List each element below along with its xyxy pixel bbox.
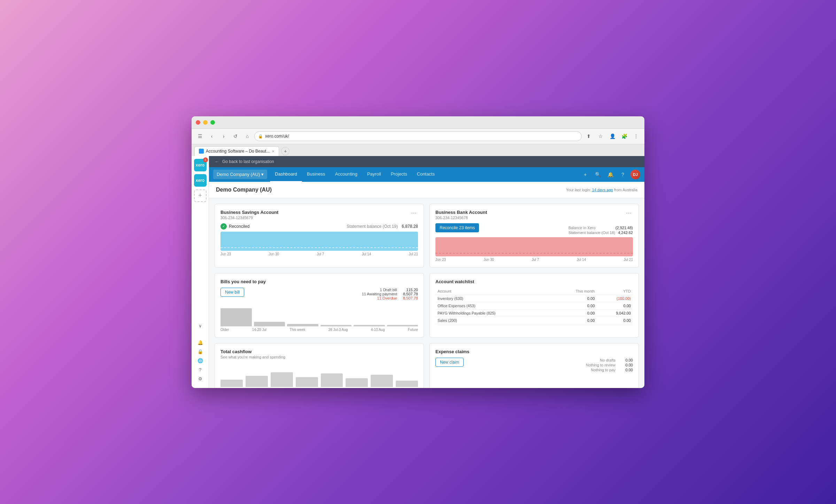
minimize-button[interactable]: [203, 120, 208, 125]
bank-chart: [435, 237, 633, 256]
balance-info: Statement balance (Oct 19) 6,878.28: [347, 224, 418, 229]
nav-business[interactable]: Business: [302, 167, 330, 182]
new-bill-button[interactable]: New bill: [220, 288, 244, 297]
add-org-button[interactable]: +: [194, 189, 207, 202]
page-title: Demo Company (AU): [216, 187, 272, 193]
bookmark-button[interactable]: ☆: [596, 131, 605, 141]
sidebar-chevron-down[interactable]: ∨: [197, 323, 204, 329]
tabs-bar: Accounting Software – Do Beaut... ✕ +: [192, 144, 644, 156]
expense-rows: No drafts 0.00 Nothing to review 0.00 No…: [586, 358, 633, 372]
nav-projects[interactable]: Projects: [386, 167, 412, 182]
tab-title: Accounting Software – Do Beaut...: [206, 149, 270, 154]
nav-notifications-button[interactable]: 🔔: [605, 170, 615, 179]
nav-actions: + 🔍 🔔 ? DJ: [580, 170, 640, 179]
tab-favicon: [199, 149, 204, 154]
cf-bar: [346, 378, 368, 387]
check-circle-icon: ✓: [220, 223, 227, 230]
widget-header: Business Bank Account 306-234-12345678 ⋯: [435, 210, 633, 220]
sidebar-settings-icon[interactable]: ⚙: [197, 375, 204, 382]
draft-row: 1 Draft bill 115.20: [362, 288, 418, 292]
statement-label: Statement balance (Oct 19): [347, 224, 398, 229]
expense-claims-widget: Expense claims New claim No drafts 0.00: [429, 343, 639, 388]
watchlist-row: PAYG Withholdings Payable (825) 0.00 9,0…: [435, 309, 633, 317]
back-bar: ← Go back to last organisation: [209, 156, 644, 167]
cashflow-chart: [220, 363, 418, 387]
sidebar-alerts-icon[interactable]: 🔔: [197, 339, 204, 346]
sidebar-globe-icon[interactable]: 🌐: [197, 357, 204, 364]
extensions-button[interactable]: 🧩: [619, 131, 629, 141]
reconcile-status: ✓ Reconciled: [220, 223, 249, 230]
menu-button[interactable]: ⋮: [631, 131, 641, 141]
balance-xero-row: Balance in Xero (2,921.48): [568, 225, 633, 230]
sidebar-help-icon[interactable]: ?: [197, 366, 204, 373]
savings-chart: [220, 232, 418, 251]
nav-contacts[interactable]: Contacts: [412, 167, 440, 182]
dashboard-grid: Business Savings Account 306-234-1234567…: [209, 198, 644, 388]
forward-button[interactable]: ›: [219, 131, 229, 141]
user-avatar[interactable]: DJ: [630, 170, 640, 179]
business-savings-widget: Business Savings Account 306-234-1234567…: [215, 204, 424, 267]
chart-line: [435, 253, 633, 254]
account-number: 306-234-12345679: [220, 216, 278, 220]
reconcile-button[interactable]: Reconcile 23 items: [435, 223, 479, 232]
share-button[interactable]: ⬆: [584, 131, 594, 141]
balance-rows: Balance in Xero (2,921.48) Statement bal…: [568, 225, 633, 235]
company-selector[interactable]: Demo Company (AU) ▾: [213, 170, 267, 179]
widget-menu-button[interactable]: ⋯: [625, 210, 633, 216]
user-initials: DJ: [633, 172, 638, 177]
drafts-row: No drafts 0.00: [586, 358, 633, 363]
new-claim-button[interactable]: New claim: [435, 358, 464, 367]
tab-close-button[interactable]: ✕: [272, 149, 274, 153]
nav-help-button[interactable]: ?: [618, 170, 628, 179]
widget-header: Bills you need to pay: [220, 279, 418, 284]
overdue-row: 11 Overdue 8,507.78: [362, 296, 418, 300]
nav-accounting[interactable]: Accounting: [330, 167, 362, 182]
page-header: Demo Company (AU) Your last login: 14 da…: [209, 182, 644, 198]
back-bar-text[interactable]: Go back to last organisation: [222, 159, 274, 164]
browser-window: ☰ ‹ › ↺ ⌂ 🔒 xero.com/uk/ ⬆ ☆ 👤 🧩 ⋮ Accou…: [192, 116, 644, 388]
nav-dashboard[interactable]: Dashboard: [270, 167, 302, 182]
sidebar-toggle-button[interactable]: ☰: [195, 131, 205, 141]
bills-widget: Bills you need to pay New bill 1 Draft b…: [215, 273, 424, 338]
watchlist-row: Office Expenses (453) 0.00 0.00: [435, 302, 633, 309]
new-tab-button[interactable]: +: [281, 147, 289, 155]
active-tab[interactable]: Accounting Software – Do Beaut... ✕: [194, 146, 279, 156]
last-login-link[interactable]: 14 days ago: [592, 188, 613, 192]
nav-add-button[interactable]: +: [580, 170, 590, 179]
watchlist-row: Inventory (630) 0.00 (100.00): [435, 295, 633, 302]
chevron-down-icon: ▾: [261, 172, 264, 177]
nav-payroll[interactable]: Payroll: [362, 167, 386, 182]
bank-balance-section: Reconcile 23 items Balance in Xero (2,92…: [435, 223, 633, 235]
nav-search-button[interactable]: 🔍: [593, 170, 603, 179]
bills-chart: [220, 304, 418, 326]
maximize-button[interactable]: [210, 120, 215, 125]
reload-button[interactable]: ↺: [231, 131, 240, 141]
bar-14-20: [254, 322, 285, 326]
home-button[interactable]: ⌂: [242, 131, 252, 141]
url-text: xero.com/uk/: [265, 134, 289, 139]
sidebar-lock-icon[interactable]: 🔒: [197, 348, 204, 355]
widget-header: Total cashflow See what you're making an…: [220, 349, 418, 359]
company-name: Demo Company (AU): [217, 172, 260, 177]
profile-button[interactable]: 👤: [607, 131, 617, 141]
widget-title: Business Savings Account: [220, 210, 278, 215]
account-number: 306-234-12345678: [435, 216, 487, 220]
widget-header: Business Savings Account 306-234-1234567…: [220, 210, 418, 220]
close-button[interactable]: [196, 120, 200, 125]
watchlist-row: Sales (200) 0.00 0.00: [435, 317, 633, 324]
xero-org1-icon[interactable]: xero 1: [194, 159, 207, 171]
widget-menu-button[interactable]: ⋯: [410, 210, 418, 216]
col-account: Account: [435, 288, 553, 295]
chart-x-labels: Jun 23 Jun 30 Jul 7 Jul 14 Jul 21: [435, 258, 633, 262]
back-button[interactable]: ‹: [207, 131, 217, 141]
browser-toolbar: ☰ ‹ › ↺ ⌂ 🔒 xero.com/uk/ ⬆ ☆ 👤 🧩 ⋮: [192, 129, 644, 144]
xero-org2-icon[interactable]: xero: [194, 174, 207, 187]
business-bank-widget: Business Bank Account 306-234-12345678 ⋯…: [429, 204, 639, 267]
back-arrow-icon: ←: [215, 159, 219, 164]
bar-this-week: [287, 324, 318, 326]
address-bar[interactable]: 🔒 xero.com/uk/: [254, 131, 582, 141]
browser-titlebar: [192, 116, 644, 129]
review-row: Nothing to review 0.00: [586, 363, 633, 367]
col-this-month: This month: [553, 288, 597, 295]
widget-title: Bills you need to pay: [220, 279, 266, 284]
